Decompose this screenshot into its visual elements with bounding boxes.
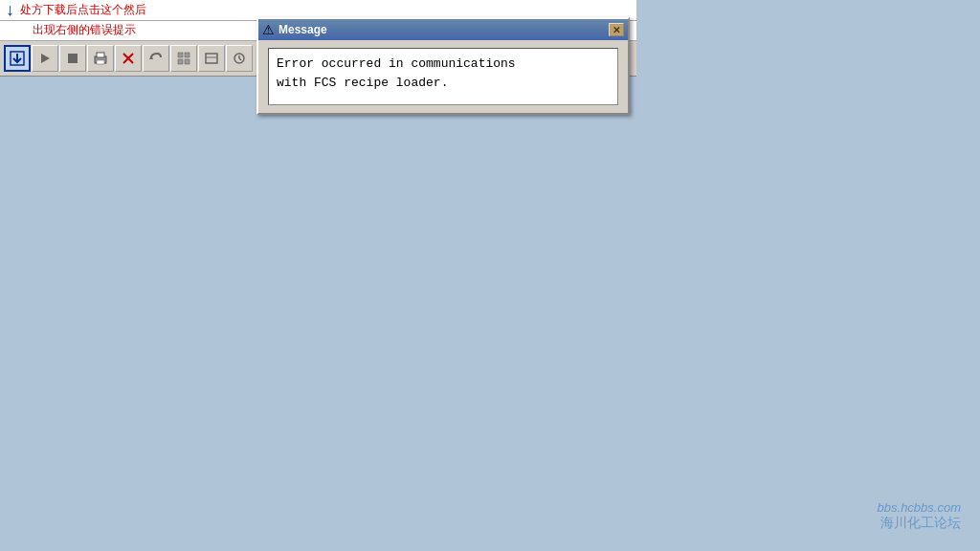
svg-marker-2 xyxy=(41,54,50,63)
svg-rect-5 xyxy=(97,53,104,57)
play-button[interactable] xyxy=(32,45,58,72)
dialog-message-line2: with FCS recipe loader. xyxy=(277,74,610,93)
arrow-down-icon: ↓ xyxy=(6,0,14,20)
annotation-line1: 处方下载后点击这个然后 xyxy=(20,2,146,18)
svg-rect-12 xyxy=(178,59,183,64)
grid-button[interactable] xyxy=(170,45,197,72)
dialog-message-box: Error occurred in communications with FC… xyxy=(268,48,618,105)
svg-line-18 xyxy=(239,58,241,60)
menu-button[interactable] xyxy=(226,45,253,72)
close-x-button[interactable] xyxy=(115,45,142,72)
dialog-content: Error occurred in communications with FC… xyxy=(258,40,628,113)
print-button[interactable] xyxy=(87,45,114,72)
svg-rect-14 xyxy=(206,54,217,63)
svg-rect-3 xyxy=(68,54,78,63)
dialog-title-left: ⚠ Message xyxy=(262,22,327,37)
annotation-line2: 出现右侧的错误提示 xyxy=(33,23,136,36)
warning-icon: ⚠ xyxy=(262,22,275,37)
download-button[interactable] xyxy=(4,45,31,72)
message-dialog: ⚠ Message ✕ Error occurred in communicat… xyxy=(256,17,630,115)
dialog-titlebar: ⚠ Message ✕ xyxy=(258,19,628,40)
dialog-close-button[interactable]: ✕ xyxy=(609,23,624,36)
dialog-title-text: Message xyxy=(278,23,327,36)
stop-button[interactable] xyxy=(59,45,86,72)
view-button[interactable] xyxy=(198,45,225,72)
svg-rect-13 xyxy=(185,59,189,64)
undo-button[interactable] xyxy=(143,45,169,72)
svg-rect-10 xyxy=(178,53,183,57)
watermark-url: bbs.hcbbs.com xyxy=(878,500,961,515)
watermark-name: 海川化工论坛 xyxy=(878,515,961,532)
watermark: bbs.hcbbs.com 海川化工论坛 xyxy=(878,500,961,532)
svg-rect-6 xyxy=(97,60,104,64)
dialog-message-line1: Error occurred in communications xyxy=(277,55,610,74)
close-icon: ✕ xyxy=(612,25,620,35)
svg-rect-11 xyxy=(185,53,189,57)
